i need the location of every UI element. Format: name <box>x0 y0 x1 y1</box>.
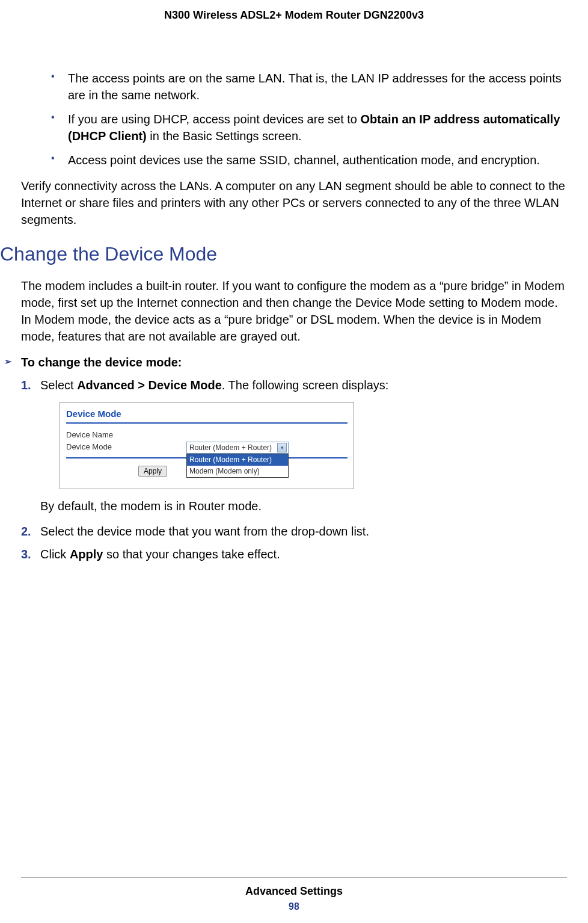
step-number: 3. <box>21 546 31 563</box>
step-text-pre: Select <box>40 378 77 392</box>
device-mode-dropdown: Router (Modem + Router) Modem (Modem onl… <box>186 454 289 478</box>
device-mode-label: Device Mode <box>66 442 186 454</box>
bullet-item: If you are using DHCP, access point devi… <box>51 111 567 144</box>
panel-title: Device Mode <box>66 407 348 422</box>
bullet-item: Access point devices use the same SSID, … <box>51 152 567 168</box>
step-subtext: By default, the modem is in Router mode. <box>21 498 567 514</box>
select-value: Router (Modem + Router) <box>189 443 272 453</box>
page-footer: Advanced Settings 98 <box>21 877 567 912</box>
bullet-text-post: in the Basic Settings screen. <box>147 129 302 143</box>
dropdown-option-modem[interactable]: Modem (Modem only) <box>187 466 288 477</box>
device-mode-select[interactable]: Router (Modem + Router) ▾ <box>186 442 289 454</box>
body-paragraph: The modem includes a built-in router. If… <box>21 277 567 345</box>
step-item: 1. Select Advanced > Device Mode. The fo… <box>21 377 567 489</box>
footer-section-title: Advanced Settings <box>21 885 567 898</box>
document-header: N300 Wireless ADSL2+ Modem Router DGN220… <box>21 0 567 28</box>
step-text-post: so that your changes take effect. <box>103 548 280 561</box>
apply-button[interactable]: Apply <box>138 466 167 477</box>
bullet-item: The access points are on the same LAN. T… <box>51 70 567 103</box>
step-number: 1. <box>21 377 31 394</box>
bullet-list: The access points are on the same LAN. T… <box>21 70 567 168</box>
chevron-down-icon[interactable]: ▾ <box>277 443 287 452</box>
device-name-label: Device Name <box>66 430 186 440</box>
step-text-pre: Click <box>40 548 70 561</box>
footer-divider <box>21 877 567 878</box>
section-heading: Change the Device Mode <box>0 243 567 265</box>
body-paragraph: Verify connectivity across the LANs. A c… <box>21 177 567 228</box>
step-text-post: . The following screen displays: <box>222 378 389 392</box>
step-item: 3. Click Apply so that your changes take… <box>21 546 567 563</box>
dropdown-option-router[interactable]: Router (Modem + Router) <box>187 454 288 466</box>
step-list-cont: 2. Select the device mode that you want … <box>21 523 567 563</box>
step-number: 2. <box>21 523 31 540</box>
panel-divider <box>66 422 348 424</box>
procedure-heading: To change the device mode: <box>21 356 567 369</box>
footer-page-number: 98 <box>21 901 567 912</box>
step-list: 1. Select Advanced > Device Mode. The fo… <box>21 377 567 489</box>
bullet-text-pre: If you are using DHCP, access point devi… <box>68 113 361 126</box>
step-text-bold: Advanced > Device Mode <box>77 378 222 392</box>
step-text-bold: Apply <box>70 548 103 561</box>
step-item: 2. Select the device mode that you want … <box>21 523 567 540</box>
device-mode-screenshot: Device Mode Device Name Device Mode Rout… <box>60 402 354 489</box>
step-text: Select the device mode that you want fro… <box>40 525 369 538</box>
